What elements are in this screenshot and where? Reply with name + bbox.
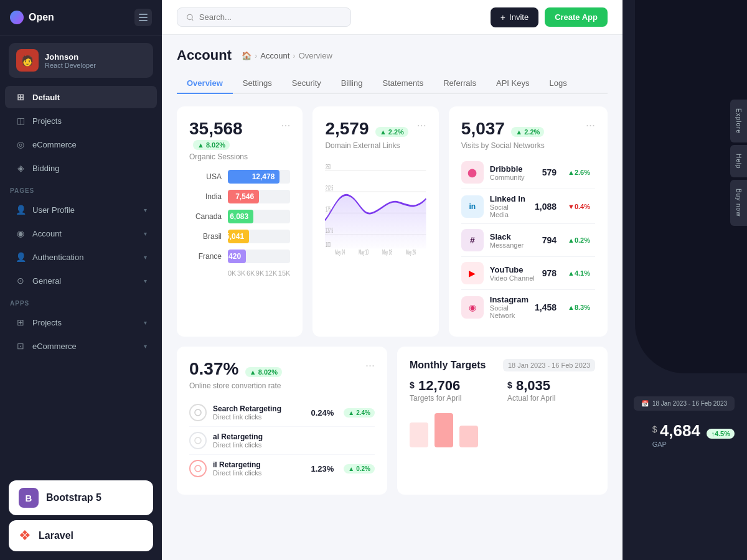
sidebar-item-label: Default	[32, 93, 60, 102]
social-name: Instagram	[490, 295, 529, 304]
chevron-down-icon: ▾	[144, 278, 147, 284]
bar-fill: 7,546	[228, 190, 259, 203]
retarget-pct: 0.24%	[311, 408, 334, 418]
invite-label: Invite	[509, 12, 529, 22]
line-chart: 250 212.5 175 137.5 100 May 04 May 10 Ma…	[325, 156, 426, 256]
buy-now-button[interactable]: Buy now	[730, 180, 747, 225]
retarget-sub: Direct link clicks	[213, 413, 281, 421]
bottom-grid: ··· 0.37% ▲8.02% Online store convertion…	[177, 347, 608, 495]
projects-icon: ◫	[15, 115, 26, 126]
stat-card-organic-sessions: ··· 35,568 ▲ 8.02% Organic Sessions USA …	[177, 106, 303, 337]
sidebar-item-bidding[interactable]: ◈ Bidding	[5, 157, 157, 179]
invite-button[interactable]: + Invite	[491, 7, 538, 27]
monthly-targets-card: Monthly Targets 18 Jan 2023 - 16 Feb 202…	[397, 347, 608, 495]
stat-badge-up: ▲ 2.2%	[375, 127, 408, 137]
bar-row-india: India 7,546	[189, 190, 290, 203]
sidebar: Open 🧑 Johnson React Developer ⊞ Default…	[0, 0, 162, 560]
sidebar-item-label: eCommerce	[32, 140, 77, 149]
right-panel-buttons: Explore Help Buy now	[730, 100, 747, 228]
retarget-sub: Direct link clicks	[213, 469, 261, 477]
arrow-up-icon: ▲	[515, 128, 522, 136]
sidebar-item-account[interactable]: ◉ Account ▾	[5, 222, 157, 245]
bar-country: USA	[189, 172, 222, 181]
stat-label: Domain External Links	[325, 141, 426, 150]
svg-text:175: 175	[326, 206, 331, 213]
tab-overview[interactable]: Overview	[177, 73, 233, 94]
linkedin-icon: in	[461, 195, 484, 218]
bootstrap-label: Bootstrap 5	[46, 492, 101, 503]
tab-security[interactable]: Security	[282, 73, 331, 94]
tab-logs[interactable]: Logs	[539, 73, 576, 94]
user-card[interactable]: 🧑 Johnson React Developer	[9, 43, 153, 78]
explore-button[interactable]: Explore	[730, 100, 747, 142]
stat-menu-icon[interactable]: ···	[417, 119, 426, 132]
sidebar-item-projects-app[interactable]: ⊞ Projects ▾	[5, 311, 157, 334]
help-button[interactable]: Help	[730, 145, 747, 178]
conv-badge: ▲8.02%	[245, 367, 282, 377]
sidebar-toggle-button[interactable]	[134, 9, 152, 26]
retarget-list: Search Retargeting Direct link clicks 0.…	[189, 399, 375, 482]
gap-currency: $	[652, 424, 657, 434]
bar-fill: 4,420	[228, 250, 246, 263]
home-icon[interactable]: 🏠	[242, 51, 251, 60]
tab-statements[interactable]: Statements	[372, 73, 433, 94]
retarget-name: al Retargeting	[213, 432, 263, 441]
search-icon	[186, 13, 194, 22]
stat-menu-icon[interactable]: ···	[586, 119, 595, 132]
search-box[interactable]	[177, 7, 351, 27]
svg-rect-0	[139, 14, 148, 15]
sidebar-item-authentication[interactable]: 👤 Authentication ▾	[5, 246, 157, 268]
bootstrap-logo: B	[19, 488, 39, 508]
social-type: Video Channel	[490, 274, 535, 282]
gap-badge: ↑4.5%	[707, 429, 735, 439]
tab-referrals[interactable]: Referrals	[433, 73, 486, 94]
stats-grid: ··· 35,568 ▲ 8.02% Organic Sessions USA …	[177, 106, 608, 337]
social-change: ▼0.4%	[568, 203, 595, 210]
stat-label: Organic Sessions	[189, 152, 290, 161]
social-value: 1,458	[535, 302, 557, 312]
breadcrumb-overview: Overview	[299, 51, 332, 60]
sidebar-header: Open	[0, 0, 162, 35]
tab-billing[interactable]: Billing	[331, 73, 373, 94]
projects-app-icon: ⊞	[15, 317, 26, 328]
account-icon: ◉	[15, 228, 26, 239]
breadcrumb: 🏠 › Account › Overview	[242, 51, 332, 60]
sidebar-item-general[interactable]: ⊙ General ▾	[5, 269, 157, 292]
laravel-promo-card: ❖ Laravel	[9, 520, 153, 551]
social-name: Dribbble	[490, 164, 525, 174]
retarget-name: Search Retargeting	[213, 404, 281, 413]
sidebar-item-projects[interactable]: ◫ Projects	[5, 110, 157, 132]
bar-axis: 0K3K6K9K12K15K	[189, 269, 290, 277]
user-name: Johnson	[45, 52, 96, 62]
pages-section-label: PAGES	[0, 180, 162, 198]
conv-menu-icon[interactable]: ···	[365, 359, 375, 372]
create-app-button[interactable]: Create App	[545, 7, 608, 27]
social-change: ▲8.3%	[568, 304, 595, 311]
sidebar-item-default[interactable]: ⊞ Default	[5, 86, 157, 108]
tab-settings[interactable]: Settings	[233, 73, 282, 94]
actual-label: Actual for April	[507, 394, 595, 403]
bar-country: India	[189, 192, 222, 201]
chevron-down-icon: ▾	[144, 343, 147, 350]
social-type: Messanger	[490, 241, 524, 249]
bar-fill: 5,041	[228, 230, 249, 243]
gap-label: GAP	[652, 441, 735, 448]
retarget-pct: 1.23%	[311, 464, 334, 474]
retarget-icon	[189, 404, 207, 421]
create-label: Create App	[555, 12, 598, 22]
stat-menu-icon[interactable]: ···	[281, 119, 290, 132]
user-role: React Developer	[45, 62, 96, 69]
sidebar-item-label: Account	[32, 229, 62, 238]
retarget-icon	[189, 432, 207, 449]
sidebar-item-user-profile[interactable]: 👤 User Profile ▾	[5, 198, 157, 221]
sidebar-item-ecommerce[interactable]: ◎ eCommerce	[5, 133, 157, 156]
svg-point-19	[195, 465, 201, 472]
tab-api-keys[interactable]: API Keys	[486, 73, 539, 94]
breadcrumb-account[interactable]: Account	[260, 51, 289, 60]
sidebar-item-ecommerce-app[interactable]: ⊡ eCommerce ▾	[5, 335, 157, 357]
social-row-slack: # SlackMessanger 794 ▲0.2%	[461, 224, 595, 257]
social-value: 579	[542, 167, 557, 177]
svg-text:May 04: May 04	[336, 249, 345, 256]
bidding-icon: ◈	[15, 162, 26, 174]
search-input[interactable]	[199, 12, 342, 22]
